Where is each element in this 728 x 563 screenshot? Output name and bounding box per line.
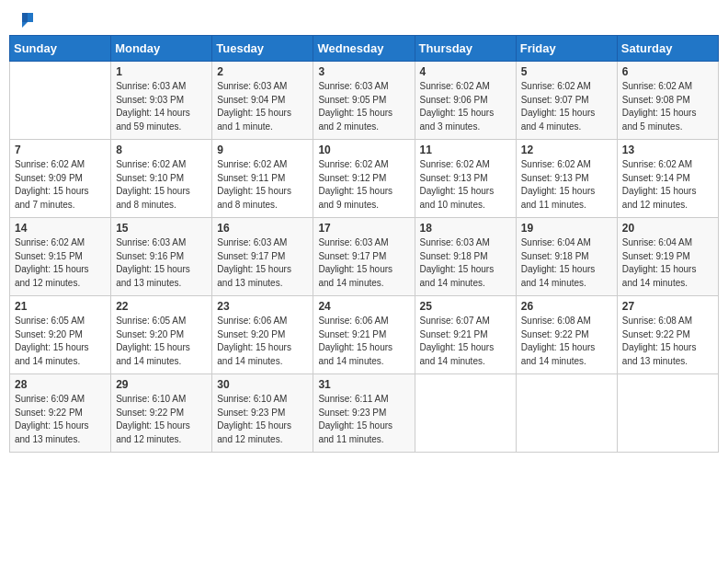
calendar-cell: 24Sunrise: 6:06 AM Sunset: 9:21 PM Dayli… [313,296,415,374]
day-number: 21 [15,300,106,313]
calendar-cell [516,374,617,453]
day-header-monday: Monday [111,36,212,62]
calendar-cell: 26Sunrise: 6:08 AM Sunset: 9:22 PM Dayli… [516,296,617,374]
cell-content: Sunrise: 6:04 AM Sunset: 9:19 PM Dayligh… [622,236,713,290]
cell-content: Sunrise: 6:10 AM Sunset: 9:22 PM Dayligh… [116,393,207,446]
cell-content: Sunrise: 6:02 AM Sunset: 9:13 PM Dayligh… [420,158,511,212]
cell-content: Sunrise: 6:08 AM Sunset: 9:22 PM Dayligh… [521,315,612,368]
cell-content: Sunrise: 6:03 AM Sunset: 9:18 PM Dayligh… [420,236,511,290]
day-number: 19 [521,222,612,235]
cell-content: Sunrise: 6:10 AM Sunset: 9:23 PM Dayligh… [217,393,308,446]
calendar-cell: 20Sunrise: 6:04 AM Sunset: 9:19 PM Dayli… [617,218,718,296]
calendar-cell: 23Sunrise: 6:06 AM Sunset: 9:20 PM Dayli… [212,296,313,374]
cell-content: Sunrise: 6:02 AM Sunset: 9:15 PM Dayligh… [15,236,106,290]
calendar-week-row: 1Sunrise: 6:03 AM Sunset: 9:03 PM Daylig… [10,62,719,140]
calendar-cell: 5Sunrise: 6:02 AM Sunset: 9:07 PM Daylig… [516,62,617,140]
day-number: 26 [521,300,612,313]
day-number: 2 [217,65,308,78]
day-header-thursday: Thursday [415,36,516,62]
day-number: 24 [318,300,409,313]
calendar-week-row: 7Sunrise: 6:02 AM Sunset: 9:09 PM Daylig… [10,140,719,218]
calendar-week-row: 28Sunrise: 6:09 AM Sunset: 9:22 PM Dayli… [10,374,719,453]
day-number: 20 [622,222,713,235]
calendar-cell: 10Sunrise: 6:02 AM Sunset: 9:12 PM Dayli… [313,140,415,218]
day-number: 25 [420,300,511,313]
day-header-friday: Friday [516,36,617,62]
cell-content: Sunrise: 6:06 AM Sunset: 9:21 PM Dayligh… [318,315,409,368]
day-number: 29 [116,378,207,391]
day-number: 14 [15,222,106,235]
logo-icon [15,9,35,29]
cell-content: Sunrise: 6:03 AM Sunset: 9:17 PM Dayligh… [318,236,409,290]
cell-content: Sunrise: 6:02 AM Sunset: 9:13 PM Dayligh… [521,158,612,212]
day-number: 22 [116,300,207,313]
calendar-cell: 14Sunrise: 6:02 AM Sunset: 9:15 PM Dayli… [10,218,111,296]
calendar-cell: 4Sunrise: 6:02 AM Sunset: 9:06 PM Daylig… [415,62,516,140]
calendar-cell: 30Sunrise: 6:10 AM Sunset: 9:23 PM Dayli… [212,374,313,453]
calendar-cell: 28Sunrise: 6:09 AM Sunset: 9:22 PM Dayli… [10,374,111,453]
calendar-cell: 3Sunrise: 6:03 AM Sunset: 9:05 PM Daylig… [313,62,415,140]
day-number: 13 [622,144,713,156]
cell-content: Sunrise: 6:02 AM Sunset: 9:07 PM Dayligh… [521,80,612,133]
day-header-tuesday: Tuesday [212,36,313,62]
calendar-cell: 16Sunrise: 6:03 AM Sunset: 9:17 PM Dayli… [212,218,313,296]
cell-content: Sunrise: 6:02 AM Sunset: 9:09 PM Dayligh… [15,158,106,212]
cell-content: Sunrise: 6:02 AM Sunset: 9:14 PM Dayligh… [622,158,713,212]
calendar-cell: 15Sunrise: 6:03 AM Sunset: 9:16 PM Dayli… [111,218,212,296]
calendar-cell: 25Sunrise: 6:07 AM Sunset: 9:21 PM Dayli… [415,296,516,374]
cell-content: Sunrise: 6:02 AM Sunset: 9:08 PM Dayligh… [622,80,713,133]
cell-content: Sunrise: 6:03 AM Sunset: 9:16 PM Dayligh… [116,236,207,290]
cell-content: Sunrise: 6:11 AM Sunset: 9:23 PM Dayligh… [318,393,409,446]
cell-content: Sunrise: 6:03 AM Sunset: 9:05 PM Dayligh… [318,80,409,133]
day-header-sunday: Sunday [10,36,111,62]
day-number: 15 [116,222,207,235]
calendar-cell: 29Sunrise: 6:10 AM Sunset: 9:22 PM Dayli… [111,374,212,453]
day-number: 10 [318,144,409,156]
calendar-cell: 6Sunrise: 6:02 AM Sunset: 9:08 PM Daylig… [617,62,718,140]
calendar-cell: 2Sunrise: 6:03 AM Sunset: 9:04 PM Daylig… [212,62,313,140]
day-number: 27 [622,300,713,313]
calendar-cell: 1Sunrise: 6:03 AM Sunset: 9:03 PM Daylig… [111,62,212,140]
calendar-cell: 22Sunrise: 6:05 AM Sunset: 9:20 PM Dayli… [111,296,212,374]
calendar-week-row: 14Sunrise: 6:02 AM Sunset: 9:15 PM Dayli… [10,218,719,296]
calendar-cell: 7Sunrise: 6:02 AM Sunset: 9:09 PM Daylig… [10,140,111,218]
day-number: 11 [420,144,511,156]
day-number: 1 [116,65,207,78]
cell-content: Sunrise: 6:09 AM Sunset: 9:22 PM Dayligh… [15,393,106,446]
day-number: 30 [217,378,308,391]
calendar-cell [10,62,111,140]
calendar-cell: 27Sunrise: 6:08 AM Sunset: 9:22 PM Dayli… [617,296,718,374]
calendar-cell: 17Sunrise: 6:03 AM Sunset: 9:17 PM Dayli… [313,218,415,296]
calendar-cell [415,374,516,453]
day-number: 31 [318,378,409,391]
cell-content: Sunrise: 6:02 AM Sunset: 9:11 PM Dayligh… [217,158,308,212]
day-number: 23 [217,300,308,313]
day-number: 7 [15,144,106,156]
cell-content: Sunrise: 6:08 AM Sunset: 9:22 PM Dayligh… [622,315,713,368]
cell-content: Sunrise: 6:02 AM Sunset: 9:10 PM Dayligh… [116,158,207,212]
calendar-cell [617,374,718,453]
page-header [9,9,719,29]
calendar-cell: 19Sunrise: 6:04 AM Sunset: 9:18 PM Dayli… [516,218,617,296]
calendar-cell: 31Sunrise: 6:11 AM Sunset: 9:23 PM Dayli… [313,374,415,453]
calendar-cell: 18Sunrise: 6:03 AM Sunset: 9:18 PM Dayli… [415,218,516,296]
cell-content: Sunrise: 6:07 AM Sunset: 9:21 PM Dayligh… [420,315,511,368]
day-number: 17 [318,222,409,235]
cell-content: Sunrise: 6:03 AM Sunset: 9:04 PM Dayligh… [217,80,308,133]
calendar-table: SundayMondayTuesdayWednesdayThursdayFrid… [9,35,719,453]
calendar-cell: 8Sunrise: 6:02 AM Sunset: 9:10 PM Daylig… [111,140,212,218]
day-number: 6 [622,65,713,78]
calendar-cell: 13Sunrise: 6:02 AM Sunset: 9:14 PM Dayli… [617,140,718,218]
day-number: 3 [318,65,409,78]
cell-content: Sunrise: 6:03 AM Sunset: 9:03 PM Dayligh… [116,80,207,133]
cell-content: Sunrise: 6:03 AM Sunset: 9:17 PM Dayligh… [217,236,308,290]
cell-content: Sunrise: 6:05 AM Sunset: 9:20 PM Dayligh… [116,315,207,368]
cell-content: Sunrise: 6:06 AM Sunset: 9:20 PM Dayligh… [217,315,308,368]
svg-marker-1 [22,13,28,22]
day-number: 5 [521,65,612,78]
day-number: 16 [217,222,308,235]
cell-content: Sunrise: 6:02 AM Sunset: 9:12 PM Dayligh… [318,158,409,212]
day-number: 18 [420,222,511,235]
day-number: 9 [217,144,308,156]
day-number: 8 [116,144,207,156]
